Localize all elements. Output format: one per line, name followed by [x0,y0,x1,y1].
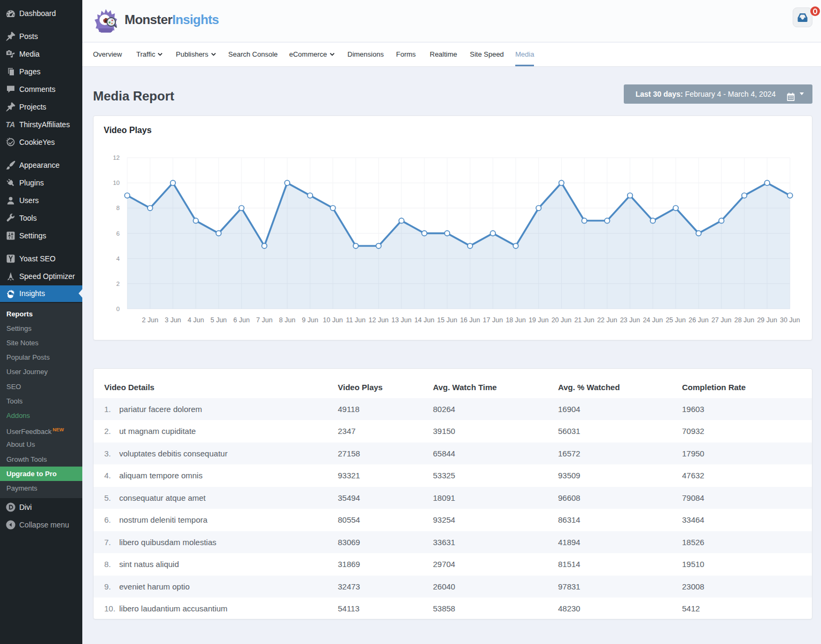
svg-text:10 Jun: 10 Jun [323,316,343,324]
svg-text:25 Jun: 25 Jun [665,316,686,324]
svg-text:21 Jun: 21 Jun [574,316,594,324]
svg-text:15 Jun: 15 Jun [437,316,458,324]
svg-text:17 Jun: 17 Jun [483,316,503,324]
svg-text:3 Jun: 3 Jun [165,316,181,324]
svg-text:27 Jun: 27 Jun [711,316,732,324]
svg-text:13 Jun: 13 Jun [391,316,412,324]
svg-text:19 Jun: 19 Jun [529,316,549,324]
svg-text:6: 6 [117,230,120,237]
svg-text:24 Jun: 24 Jun [643,316,663,324]
svg-text:23 Jun: 23 Jun [620,316,640,324]
svg-text:14 Jun: 14 Jun [414,316,435,324]
svg-text:10: 10 [113,180,120,186]
svg-text:5 Jun: 5 Jun [211,316,227,324]
svg-text:26 Jun: 26 Jun [688,316,709,324]
svg-text:4 Jun: 4 Jun [188,316,204,324]
svg-text:0: 0 [117,306,120,312]
svg-text:30 Jun: 30 Jun [780,316,800,324]
svg-text:2 Jun: 2 Jun [142,316,159,324]
svg-text:18 Jun: 18 Jun [506,316,526,324]
svg-text:4: 4 [117,255,120,262]
svg-text:7 Jun: 7 Jun [256,316,273,324]
svg-text:28 Jun: 28 Jun [734,316,755,324]
svg-text:12 Jun: 12 Jun [369,316,389,324]
svg-text:8: 8 [117,205,120,211]
svg-text:12: 12 [113,154,120,161]
svg-text:20 Jun: 20 Jun [552,316,572,324]
svg-text:11 Jun: 11 Jun [346,316,366,324]
svg-text:2: 2 [117,281,120,287]
svg-text:6 Jun: 6 Jun [234,316,250,324]
svg-text:TA: TA [6,120,16,129]
svg-text:8 Jun: 8 Jun [279,316,296,324]
svg-text:16 Jun: 16 Jun [460,316,481,324]
svg-text:9 Jun: 9 Jun [302,316,319,324]
svg-text:29 Jun: 29 Jun [757,316,777,324]
svg-text:22 Jun: 22 Jun [597,316,617,324]
